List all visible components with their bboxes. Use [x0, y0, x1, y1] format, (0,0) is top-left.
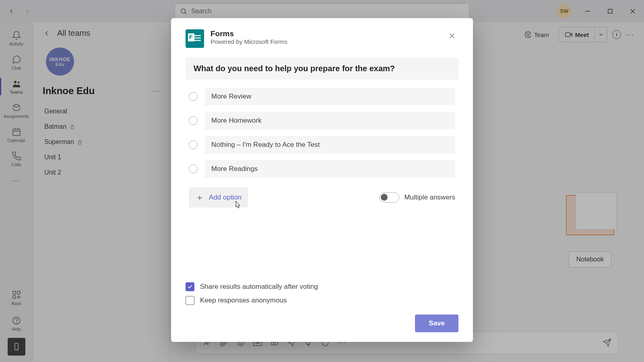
poll-option: More Readings: [189, 160, 455, 178]
radio-button[interactable]: [189, 140, 198, 149]
option-text-input[interactable]: More Homework: [205, 112, 455, 130]
keep-anonymous-checkbox[interactable]: [186, 296, 194, 305]
question-input[interactable]: What do you need to help you prepare for…: [186, 58, 458, 80]
add-option-button[interactable]: ＋ Add option: [189, 187, 248, 208]
multiple-answers-label: Multiple answers: [404, 193, 455, 202]
radio-button[interactable]: [189, 165, 198, 173]
forms-modal: Forms Powered by Microsoft Forms What do…: [171, 18, 473, 342]
modal-title: Forms: [211, 29, 287, 38]
save-button[interactable]: Save: [415, 315, 458, 332]
keep-anonymous-label: Keep responses anonymous: [200, 296, 287, 304]
poll-option: More Review: [189, 88, 455, 105]
forms-app-icon: [186, 29, 204, 48]
modal-subtitle: Powered by Microsoft Forms: [211, 38, 287, 45]
poll-option: More Homework: [189, 112, 455, 130]
poll-option: Nothing – I'm Ready to Ace the Test: [189, 136, 455, 154]
option-text-input[interactable]: Nothing – I'm Ready to Ace the Test: [205, 136, 455, 154]
share-results-checkbox[interactable]: [186, 282, 194, 291]
share-results-label: Share results automatically after voting: [200, 283, 318, 291]
modal-close-button[interactable]: [446, 29, 458, 42]
plus-icon: ＋: [195, 191, 204, 204]
option-text-input[interactable]: More Review: [205, 88, 455, 105]
radio-button[interactable]: [189, 116, 198, 125]
options-list: More ReviewMore HomeworkNothing – I'm Re…: [186, 88, 458, 178]
radio-button[interactable]: [189, 92, 198, 101]
multiple-answers-toggle[interactable]: [379, 192, 399, 203]
option-text-input[interactable]: More Readings: [205, 160, 455, 178]
